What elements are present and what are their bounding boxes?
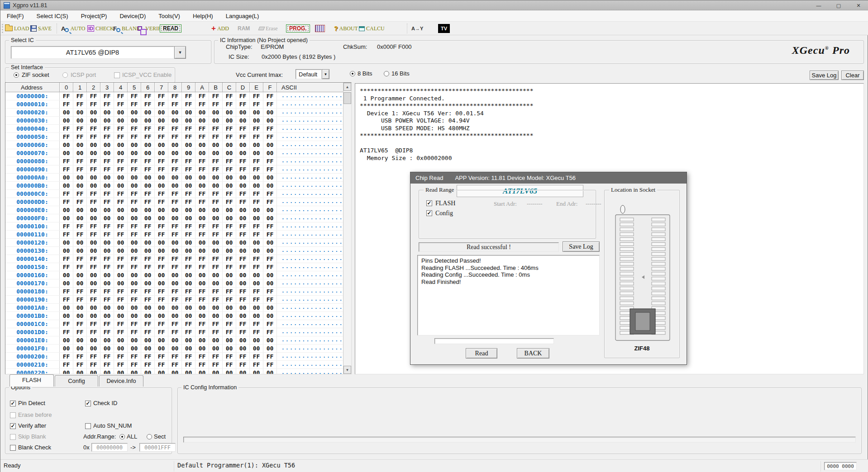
- hex-byte-cell[interactable]: 00: [236, 312, 250, 320]
- hex-byte-cell[interactable]: 00: [155, 312, 168, 320]
- hex-byte-cell[interactable]: 00: [128, 109, 141, 116]
- hex-byte-cell[interactable]: FF: [168, 190, 182, 198]
- hex-byte-cell[interactable]: 00: [87, 214, 100, 222]
- hex-byte-cell[interactable]: 00: [263, 109, 277, 116]
- hex-byte-cell[interactable]: FF: [87, 320, 100, 328]
- hex-byte-cell[interactable]: 00: [196, 345, 209, 352]
- hex-byte-cell[interactable]: FF: [87, 288, 100, 295]
- hex-byte-cell[interactable]: 00: [60, 239, 73, 246]
- hex-byte-cell[interactable]: 00: [263, 174, 277, 181]
- hex-byte-cell[interactable]: 00: [114, 312, 128, 320]
- hex-byte-cell[interactable]: FF: [141, 198, 155, 206]
- hex-byte-cell[interactable]: FF: [128, 288, 141, 295]
- hex-byte-cell[interactable]: FF: [236, 190, 250, 198]
- add-button[interactable]: + ADD: [211, 24, 229, 33]
- hex-byte-cell[interactable]: 00: [155, 271, 168, 279]
- hex-byte-cell[interactable]: 00: [60, 174, 73, 181]
- hex-byte-cell[interactable]: FF: [263, 133, 277, 141]
- hex-byte-cell[interactable]: 00: [73, 304, 87, 312]
- hex-byte-cell[interactable]: 00: [60, 279, 73, 287]
- hex-byte-cell[interactable]: 00: [128, 141, 141, 149]
- hex-byte-cell[interactable]: 00: [196, 304, 209, 312]
- hex-byte-cell[interactable]: 00: [236, 149, 250, 157]
- hex-byte-cell[interactable]: 00: [209, 109, 223, 116]
- hex-byte-cell[interactable]: 00: [155, 149, 168, 157]
- hex-byte-cell[interactable]: 00: [128, 336, 141, 344]
- hex-byte-cell[interactable]: 00: [168, 182, 182, 189]
- hex-byte-cell[interactable]: 00: [250, 214, 263, 222]
- hex-byte-cell[interactable]: 00: [236, 239, 250, 246]
- hex-byte-cell[interactable]: FF: [182, 353, 196, 360]
- hex-byte-cell[interactable]: FF: [196, 92, 209, 100]
- hex-byte-cell[interactable]: 00: [114, 109, 128, 116]
- hex-byte-cell[interactable]: 00: [114, 247, 128, 255]
- hex-byte-cell[interactable]: 00: [155, 345, 168, 352]
- hex-byte-cell[interactable]: FF: [263, 328, 277, 336]
- hex-byte-cell[interactable]: FF: [196, 328, 209, 336]
- hex-byte-cell[interactable]: 00: [100, 214, 114, 222]
- hex-byte-cell[interactable]: FF: [87, 361, 100, 368]
- hex-byte-cell[interactable]: FF: [87, 255, 100, 263]
- hex-byte-cell[interactable]: FF: [223, 296, 236, 303]
- hex-byte-cell[interactable]: 00: [87, 369, 100, 374]
- hex-byte-cell[interactable]: 00: [182, 312, 196, 320]
- hex-byte-cell[interactable]: FF: [196, 157, 209, 165]
- scroll-thumb[interactable]: [343, 92, 351, 104]
- hex-byte-cell[interactable]: FF: [236, 328, 250, 336]
- hex-byte-cell[interactable]: 00: [128, 174, 141, 181]
- hex-byte-cell[interactable]: 00: [155, 247, 168, 255]
- hex-byte-cell[interactable]: 00: [209, 149, 223, 157]
- hex-byte-cell[interactable]: 00: [87, 312, 100, 320]
- hex-byte-cell[interactable]: FF: [128, 328, 141, 336]
- hex-byte-cell[interactable]: FF: [128, 231, 141, 238]
- hex-byte-cell[interactable]: FF: [155, 92, 168, 100]
- hex-byte-cell[interactable]: FF: [182, 125, 196, 132]
- hex-byte-cell[interactable]: FF: [168, 231, 182, 238]
- hex-byte-cell[interactable]: 00: [155, 117, 168, 124]
- hex-byte-cell[interactable]: 00: [60, 206, 73, 214]
- hex-byte-cell[interactable]: FF: [209, 328, 223, 336]
- hex-byte-cell[interactable]: FF: [100, 288, 114, 295]
- hex-byte-cell[interactable]: FF: [87, 328, 100, 336]
- hex-byte-cell[interactable]: 00: [114, 304, 128, 312]
- hex-byte-cell[interactable]: FF: [223, 231, 236, 238]
- hex-byte-cell[interactable]: 00: [73, 312, 87, 320]
- hex-byte-cell[interactable]: FF: [223, 222, 236, 230]
- hex-byte-cell[interactable]: FF: [236, 133, 250, 141]
- hex-byte-cell[interactable]: 00: [155, 182, 168, 189]
- hex-byte-cell[interactable]: 00: [87, 239, 100, 246]
- hex-byte-cell[interactable]: FF: [168, 328, 182, 336]
- hex-byte-cell[interactable]: 00: [60, 141, 73, 149]
- hex-byte-cell[interactable]: FF: [182, 255, 196, 263]
- hex-byte-cell[interactable]: FF: [209, 231, 223, 238]
- hex-byte-cell[interactable]: FF: [263, 157, 277, 165]
- hex-byte-cell[interactable]: 00: [141, 279, 155, 287]
- hex-byte-cell[interactable]: FF: [128, 296, 141, 303]
- hex-byte-cell[interactable]: 00: [250, 312, 263, 320]
- hex-byte-cell[interactable]: FF: [223, 320, 236, 328]
- hex-byte-cell[interactable]: 00: [114, 206, 128, 214]
- hex-byte-cell[interactable]: FF: [250, 100, 263, 108]
- hex-byte-cell[interactable]: 00: [155, 206, 168, 214]
- scroll-up-button[interactable]: ▲: [343, 83, 351, 91]
- config-checkbox[interactable]: ✓: [426, 210, 432, 216]
- hex-byte-cell[interactable]: FF: [196, 288, 209, 295]
- hex-byte-cell[interactable]: FF: [223, 100, 236, 108]
- hex-byte-cell[interactable]: 00: [87, 247, 100, 255]
- hex-byte-cell[interactable]: 00: [263, 369, 277, 374]
- hex-byte-cell[interactable]: FF: [141, 125, 155, 132]
- hex-byte-cell[interactable]: FF: [114, 231, 128, 238]
- hex-byte-cell[interactable]: FF: [128, 133, 141, 141]
- hex-byte-cell[interactable]: FF: [182, 157, 196, 165]
- hex-byte-cell[interactable]: 00: [223, 174, 236, 181]
- hex-byte-cell[interactable]: FF: [73, 255, 87, 263]
- hex-byte-cell[interactable]: 00: [60, 336, 73, 344]
- hex-byte-cell[interactable]: FF: [60, 190, 73, 198]
- hex-byte-cell[interactable]: 00: [182, 141, 196, 149]
- hex-byte-cell[interactable]: 00: [223, 369, 236, 374]
- hex-byte-cell[interactable]: FF: [196, 125, 209, 132]
- hex-byte-cell[interactable]: FF: [209, 157, 223, 165]
- clear-button[interactable]: Clear: [841, 71, 864, 80]
- hex-byte-cell[interactable]: FF: [168, 92, 182, 100]
- hex-byte-cell[interactable]: 00: [73, 336, 87, 344]
